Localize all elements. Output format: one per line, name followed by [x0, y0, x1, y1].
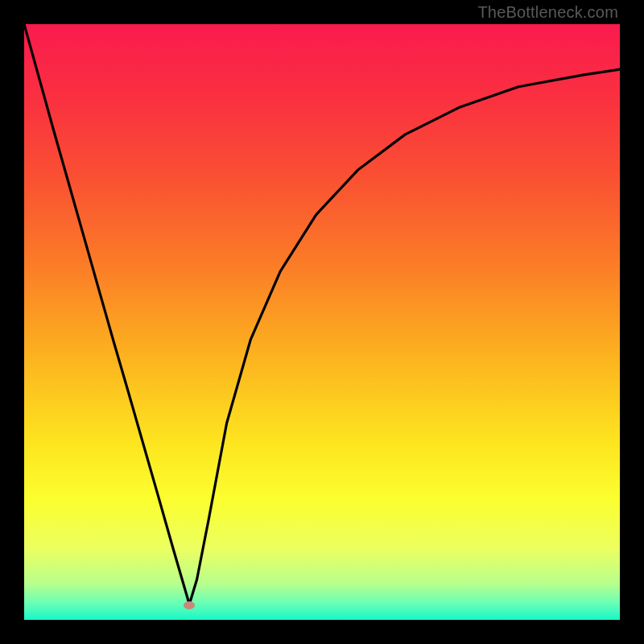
bottleneck-curve: [24, 24, 620, 620]
watermark-text: TheBottleneck.com: [477, 3, 618, 22]
plot-area: [24, 24, 620, 620]
optimal-point-marker: [184, 601, 195, 609]
chart-frame: TheBottleneck.com: [0, 0, 644, 644]
